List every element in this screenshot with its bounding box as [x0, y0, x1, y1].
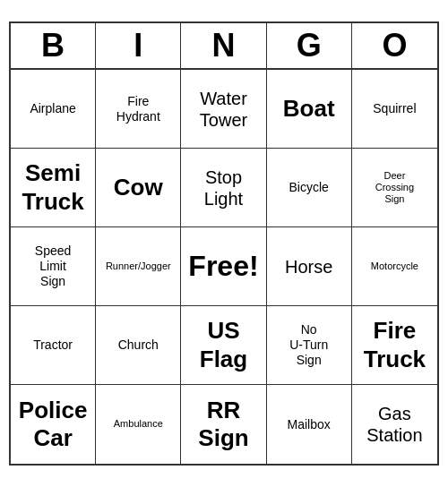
cell-label: GasStation	[366, 403, 422, 446]
bingo-cell: Bicycle	[267, 149, 352, 227]
bingo-cell: Ambulance	[96, 385, 181, 464]
bingo-cell: FireHydrant	[96, 70, 181, 149]
cell-label: FireTruck	[364, 317, 426, 372]
bingo-cell: GasStation	[352, 385, 437, 464]
bingo-cell: Boat	[267, 70, 352, 149]
header-letter: B	[11, 23, 96, 68]
cell-label: Free!	[188, 249, 258, 283]
bingo-cell: Airplane	[11, 70, 96, 149]
header-letter: O	[352, 23, 437, 68]
bingo-cell: Tractor	[11, 306, 96, 385]
bingo-cell: Mailbox	[267, 385, 352, 464]
bingo-cell: StopLight	[181, 149, 266, 227]
cell-label: NoU-TurnSign	[289, 322, 328, 367]
cell-label: Runner/Jogger	[106, 261, 171, 272]
cell-label: SpeedLimitSign	[35, 244, 71, 288]
cell-label: DeerCrossingSign	[375, 170, 414, 206]
bingo-cell: Cow	[96, 149, 181, 227]
bingo-cell: DeerCrossingSign	[352, 149, 437, 227]
cell-label: Boat	[283, 95, 335, 123]
header-letter: N	[181, 23, 266, 68]
cell-label: Horse	[285, 256, 332, 278]
cell-label: FireHydrant	[116, 94, 160, 124]
cell-label: Airplane	[30, 101, 75, 116]
bingo-cell: Runner/Jogger	[96, 227, 181, 306]
bingo-header: BINGO	[11, 23, 437, 70]
bingo-cell: SpeedLimitSign	[11, 227, 96, 306]
bingo-cell: PoliceCar	[11, 385, 96, 464]
cell-label: PoliceCar	[19, 397, 88, 452]
cell-label: Cow	[114, 174, 163, 201]
bingo-cell: NoU-TurnSign	[267, 306, 352, 385]
cell-label: Bicycle	[289, 180, 329, 195]
bingo-cell: Free!	[181, 227, 266, 306]
cell-label: SemiTruck	[22, 159, 83, 215]
cell-label: WaterTower	[200, 88, 247, 131]
cell-label: StopLight	[204, 167, 243, 209]
bingo-cell: USFlag	[181, 306, 266, 385]
cell-label: Mailbox	[288, 417, 331, 432]
bingo-cell: Motorcycle	[352, 227, 437, 306]
cell-label: Ambulance	[114, 418, 163, 430]
cell-label: Motorcycle	[371, 261, 418, 272]
cell-label: USFlag	[200, 317, 247, 372]
bingo-cell: Church	[96, 306, 181, 385]
bingo-grid: AirplaneFireHydrantWaterTowerBoatSquirre…	[11, 70, 437, 464]
bingo-cell: FireTruck	[352, 306, 437, 385]
cell-label: RRSign	[198, 397, 248, 452]
bingo-cell: Horse	[267, 227, 352, 306]
cell-label: Squirrel	[373, 101, 416, 116]
header-letter: I	[96, 23, 181, 68]
cell-label: Tractor	[33, 337, 73, 353]
bingo-cell: Squirrel	[352, 70, 437, 149]
bingo-card: BINGO AirplaneFireHydrantWaterTowerBoatS…	[9, 21, 439, 466]
bingo-cell: WaterTower	[181, 70, 266, 149]
bingo-cell: RRSign	[181, 385, 266, 464]
header-letter: G	[267, 23, 352, 68]
bingo-cell: SemiTruck	[11, 149, 96, 227]
cell-label: Church	[118, 337, 159, 353]
